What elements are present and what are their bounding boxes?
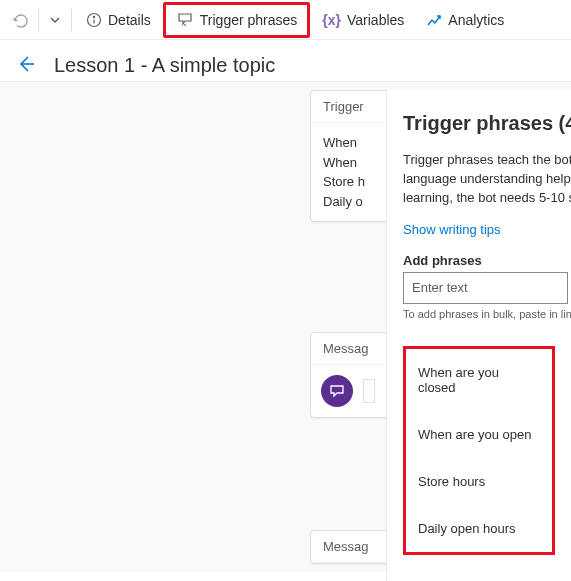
trigger-phrases-icon bbox=[176, 11, 194, 29]
undo-button[interactable] bbox=[6, 6, 34, 34]
analytics-icon bbox=[426, 12, 442, 28]
add-phrase-input[interactable] bbox=[403, 272, 568, 304]
writing-tips-link[interactable]: Show writing tips bbox=[403, 222, 571, 237]
info-icon bbox=[86, 12, 102, 28]
details-button[interactable]: Details bbox=[76, 6, 161, 34]
toolbar-separator bbox=[38, 9, 39, 31]
add-phrases-label: Add phrases bbox=[403, 253, 571, 268]
toolbar-dropdown[interactable] bbox=[43, 8, 67, 32]
details-label: Details bbox=[108, 12, 151, 28]
panel-description: Trigger phrases teach the bot language u… bbox=[403, 151, 571, 208]
phrase-list: When are you closed When are you open St… bbox=[403, 346, 555, 555]
chevron-down-icon bbox=[49, 14, 61, 26]
panel-desc-line: language understanding help bbox=[403, 170, 571, 189]
variables-icon: {x} bbox=[322, 12, 341, 28]
back-arrow-icon bbox=[16, 54, 36, 74]
panel-desc-line: Trigger phrases teach the bot bbox=[403, 151, 571, 170]
trigger-phrases-button[interactable]: Trigger phrases bbox=[163, 2, 311, 38]
back-button[interactable] bbox=[16, 54, 36, 77]
svg-point-1 bbox=[93, 16, 94, 17]
bot-avatar-icon bbox=[321, 375, 353, 407]
page-header: Lesson 1 - A simple topic bbox=[0, 40, 571, 81]
bulk-hint: To add phrases in bulk, paste in line-se… bbox=[403, 308, 571, 320]
phrase-item[interactable]: When are you open bbox=[406, 411, 552, 458]
page-title: Lesson 1 - A simple topic bbox=[54, 54, 275, 77]
trigger-phrases-panel: Trigger phrases (4) Trigger phrases teac… bbox=[386, 90, 571, 581]
toolbar-separator bbox=[71, 9, 72, 31]
analytics-button[interactable]: Analytics bbox=[416, 6, 514, 34]
panel-desc-line: learning, the bot needs 5-10 s bbox=[403, 189, 571, 208]
trigger-phrases-label: Trigger phrases bbox=[200, 12, 298, 28]
variables-label: Variables bbox=[347, 12, 404, 28]
variables-button[interactable]: {x} Variables bbox=[312, 6, 414, 34]
undo-icon bbox=[12, 12, 28, 28]
phrase-item[interactable]: Store hours bbox=[406, 458, 552, 505]
toolbar: Details Trigger phrases {x} Variables An… bbox=[0, 0, 571, 40]
analytics-label: Analytics bbox=[448, 12, 504, 28]
panel-title: Trigger phrases (4) bbox=[403, 112, 571, 135]
phrase-item[interactable]: Daily open hours bbox=[406, 505, 552, 552]
phrase-item[interactable]: When are you closed bbox=[406, 349, 552, 411]
message-preview bbox=[363, 379, 375, 403]
